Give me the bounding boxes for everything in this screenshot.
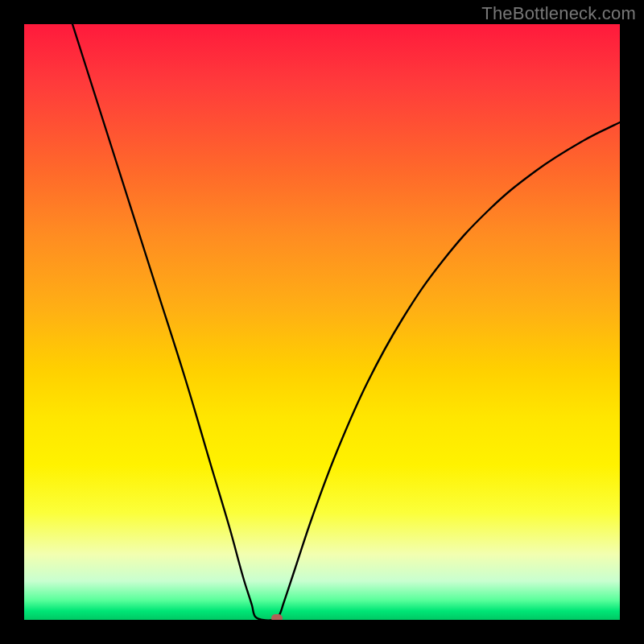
chart-container: TheBottleneck.com — [0, 0, 644, 644]
minimum-marker — [271, 614, 283, 620]
curve-svg — [24, 24, 620, 620]
plot-area — [24, 24, 620, 620]
watermark-text: TheBottleneck.com — [481, 3, 636, 24]
bottleneck-curve — [72, 24, 620, 620]
